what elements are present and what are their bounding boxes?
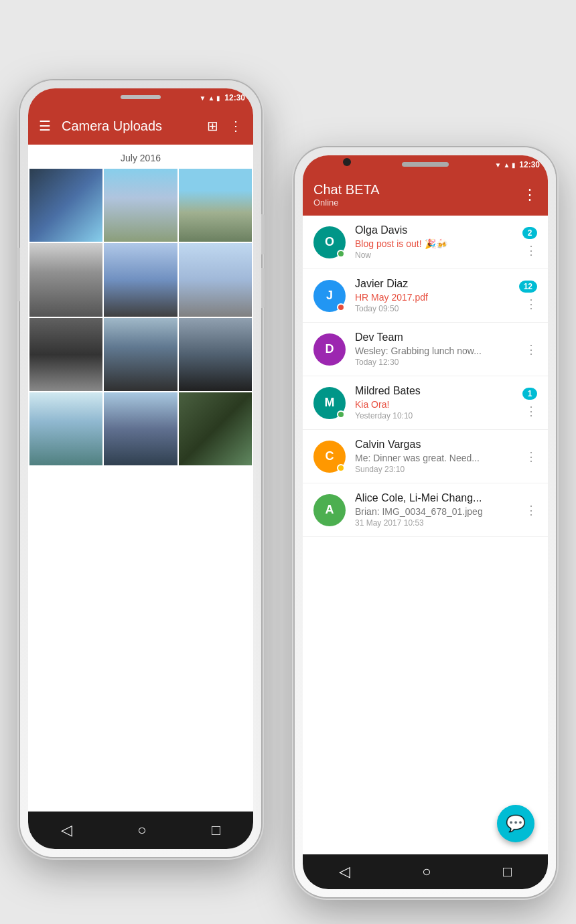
status-time-left: 12:30 — [224, 93, 245, 102]
chat-actions-devteam: ⋮ — [525, 342, 537, 357]
online-indicator-calvin — [337, 464, 345, 472]
camera-right — [343, 158, 351, 166]
chat-title: Chat BETA — [313, 182, 522, 198]
chat-time-calvin: Sunday 23:10 — [355, 465, 520, 474]
avatar-mildred: M — [313, 387, 346, 419]
chat-actions-javier: 12 ⋮ — [519, 281, 537, 311]
name-row-javier: Javier Diaz — [355, 278, 514, 290]
chat-item-mildred[interactable]: M Mildred Bates Kia Ora! Yesterday 10:10… — [303, 376, 548, 430]
month-header: July 2016 — [28, 145, 253, 169]
more-javier[interactable]: ⋮ — [525, 297, 537, 311]
online-indicator-javier — [337, 303, 345, 311]
more-mildred[interactable]: ⋮ — [525, 404, 537, 418]
chat-actions-calvin: ⋮ — [525, 449, 537, 464]
chat-item-calvin[interactable]: C Calvin Vargas Me: Dinner was great. Ne… — [303, 430, 548, 483]
chat-actions-alice: ⋮ — [525, 503, 537, 518]
chat-item-alice[interactable]: A Alice Cole, Li-Mei Chang... Brian: IMG… — [303, 483, 548, 537]
grid-icon[interactable]: ⊞ — [207, 118, 218, 134]
signal-icon: ▼ — [199, 94, 206, 102]
avatar-calvin: C — [313, 441, 346, 473]
chat-preview-mildred: Kia Ora! — [355, 399, 517, 410]
volume-down-button[interactable] — [261, 268, 265, 308]
photo-8[interactable] — [104, 318, 177, 391]
photo-9[interactable] — [179, 318, 252, 391]
chat-subtitle: Online — [313, 198, 522, 208]
name-row-devteam: Dev Team — [355, 331, 520, 343]
back-button-left[interactable]: ◁ — [61, 822, 72, 839]
avatar-javier: J — [313, 280, 346, 312]
recent-button-right[interactable]: □ — [503, 863, 512, 880]
photo-11[interactable] — [104, 392, 177, 465]
chat-info-javier: Javier Diaz HR May 2017.pdf Today 09:50 — [355, 278, 514, 313]
online-indicator-olga — [337, 250, 345, 258]
chat-preview-devteam: Wesley: Grabbing lunch now... — [355, 345, 520, 356]
chat-info-alice: Alice Cole, Li-Mei Chang... Brian: IMG_0… — [355, 492, 520, 528]
photo-1[interactable] — [29, 169, 102, 242]
name-row-alice: Alice Cole, Li-Mei Chang... — [355, 492, 520, 504]
chat-item-devteam[interactable]: D Dev Team Wesley: Grabbing lunch now...… — [303, 323, 548, 376]
home-button-left[interactable]: ○ — [137, 822, 146, 839]
photo-10[interactable] — [29, 392, 102, 465]
chat-actions-olga: 2 ⋮ — [522, 227, 537, 258]
fab-button[interactable]: 💬 — [497, 805, 534, 842]
online-indicator-mildred — [337, 410, 345, 418]
phone-right-inner: ▼ ▲ ▮ 12:30 Chat BETA Online ⋮ — [303, 155, 548, 889]
badge-javier: 12 — [519, 281, 537, 293]
photo-4[interactable] — [29, 243, 102, 316]
name-row-calvin: Calvin Vargas — [355, 439, 520, 451]
volume-up-button[interactable] — [261, 214, 265, 254]
photo-6[interactable] — [179, 243, 252, 316]
recent-button-left[interactable]: □ — [212, 822, 220, 839]
phone-left-inner: ▼ ▲ ▮ 12:30 ☰ Camera Uploads ⊞ ⋮ July 20… — [28, 88, 253, 849]
chat-time-alice: 31 May 2017 10:53 — [355, 518, 520, 528]
more-calvin[interactable]: ⋮ — [525, 449, 537, 464]
chat-item-olga[interactable]: O Olga Davis Blog post is out! 🎉🍻 Now 2 … — [303, 216, 548, 269]
chat-name-mildred: Mildred Bates — [355, 385, 421, 397]
badge-olga: 2 — [522, 227, 537, 239]
photo-12[interactable] — [179, 392, 252, 465]
chat-preview-olga: Blog post is out! 🎉🍻 — [355, 238, 517, 249]
chat-name-javier: Javier Diaz — [355, 278, 408, 290]
power-button[interactable] — [17, 248, 20, 301]
more-icon-left[interactable]: ⋮ — [229, 118, 242, 134]
chat-time-olga: Now — [355, 250, 517, 260]
chat-name-alice: Alice Cole, Li-Mei Chang... — [355, 492, 482, 504]
fab-icon: 💬 — [506, 814, 526, 833]
status-time-right: 12:30 — [519, 160, 540, 169]
bottom-nav-right: ◁ ○ □ — [303, 854, 548, 889]
chat-actions-mildred: 1 ⋮ — [522, 388, 537, 418]
more-alice[interactable]: ⋮ — [525, 503, 537, 518]
signal-icon-r: ▼ — [494, 161, 501, 169]
chat-time-devteam: Today 12:30 — [355, 358, 520, 367]
chat-name-olga: Olga Davis — [355, 224, 407, 236]
speaker-left — [121, 95, 161, 99]
more-icon-right[interactable]: ⋮ — [522, 186, 537, 204]
chat-item-javier[interactable]: J Javier Diaz HR May 2017.pdf Today 09:5… — [303, 269, 548, 323]
status-icons-right: ▼ ▲ ▮ — [494, 161, 516, 169]
photo-grid — [28, 169, 253, 465]
battery-icon: ▮ — [216, 94, 220, 102]
more-olga[interactable]: ⋮ — [525, 243, 537, 258]
toolbar-icons-left: ⊞ ⋮ — [207, 118, 242, 134]
photo-2[interactable] — [104, 169, 177, 242]
chat-name-devteam: Dev Team — [355, 331, 403, 343]
name-row-mildred: Mildred Bates — [355, 385, 517, 397]
battery-icon-r: ▮ — [512, 161, 516, 169]
chat-time-mildred: Yesterday 10:10 — [355, 411, 517, 420]
avatar-alice: A — [313, 494, 346, 526]
back-button-right[interactable]: ◁ — [339, 863, 350, 880]
chat-name-calvin: Calvin Vargas — [355, 439, 421, 451]
more-devteam[interactable]: ⋮ — [525, 342, 537, 357]
avatar-olga: O — [313, 226, 346, 258]
chat-info-mildred: Mildred Bates Kia Ora! Yesterday 10:10 — [355, 385, 517, 420]
phone-right: ▼ ▲ ▮ 12:30 Chat BETA Online ⋮ — [295, 147, 556, 897]
menu-icon[interactable]: ☰ — [39, 118, 51, 134]
photo-5[interactable] — [104, 243, 177, 316]
bottom-nav-left: ◁ ○ □ — [28, 812, 253, 849]
home-button-right[interactable]: ○ — [422, 863, 431, 880]
chat-list: O Olga Davis Blog post is out! 🎉🍻 Now 2 … — [303, 216, 548, 537]
photo-7[interactable] — [29, 318, 102, 391]
toolbar-right: Chat BETA Online ⋮ — [303, 174, 548, 216]
phone-left: ▼ ▲ ▮ 12:30 ☰ Camera Uploads ⊞ ⋮ July 20… — [20, 80, 261, 857]
photo-3[interactable] — [179, 169, 252, 242]
